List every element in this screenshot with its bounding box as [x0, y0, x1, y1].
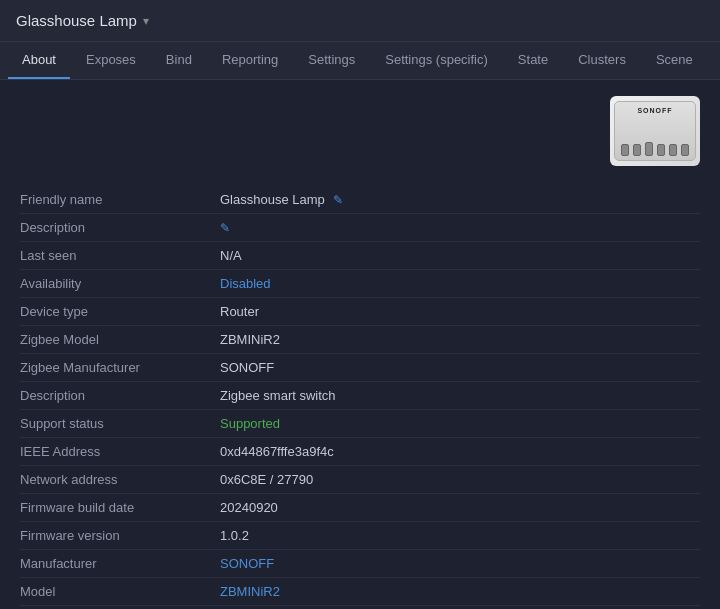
device-terminals	[621, 142, 689, 156]
terminal-4	[657, 144, 665, 156]
field-label: Model	[20, 584, 220, 599]
tab-settings-specific[interactable]: Settings (specific)	[371, 42, 502, 79]
tab-settings[interactable]: Settings	[294, 42, 369, 79]
topbar: Glasshouse Lamp ▾	[0, 0, 720, 42]
field-value: 20240920	[220, 500, 278, 515]
field-value: Zigbee smart switch	[220, 388, 336, 403]
main-content: SONOFF Friendly nameGlasshouse Lamp ✎Des…	[0, 80, 720, 609]
field-value: Supported	[220, 416, 280, 431]
field-value: Router	[220, 304, 259, 319]
terminal-2	[633, 144, 641, 156]
field-label: IEEE Address	[20, 444, 220, 459]
terminal-5	[669, 144, 677, 156]
field-value: SONOFF	[220, 556, 274, 571]
tab-about[interactable]: About	[8, 42, 70, 79]
tab-bind[interactable]: Bind	[152, 42, 206, 79]
field-label: Zigbee Manufacturer	[20, 360, 220, 375]
terminal-6	[681, 144, 689, 156]
tab-dev-console[interactable]: Dev console	[709, 42, 720, 79]
field-value: Disabled	[220, 276, 271, 291]
device-name: Glasshouse Lamp	[16, 12, 137, 29]
table-row: Support statusSupported	[20, 410, 700, 438]
table-row: Friendly nameGlasshouse Lamp ✎	[20, 186, 700, 214]
field-label: Last seen	[20, 248, 220, 263]
tab-state[interactable]: State	[504, 42, 562, 79]
table-row: IEEE Address0xd44867fffe3a9f4c	[20, 438, 700, 466]
table-row: Description✎	[20, 214, 700, 242]
field-label: Network address	[20, 472, 220, 487]
table-row: ModelZBMINiR2	[20, 578, 700, 606]
field-label: Friendly name	[20, 192, 220, 207]
field-label: Zigbee Model	[20, 332, 220, 347]
table-row: Firmware build date20240920	[20, 494, 700, 522]
field-value[interactable]: Glasshouse Lamp ✎	[220, 192, 343, 207]
device-image: SONOFF	[610, 96, 700, 166]
tab-scene[interactable]: Scene	[642, 42, 707, 79]
table-row: Zigbee ModelZBMINiR2	[20, 326, 700, 354]
table-row: Firmware version1.0.2	[20, 522, 700, 550]
title-chevron[interactable]: ▾	[143, 14, 149, 28]
terminal-1	[621, 144, 629, 156]
field-label: Availability	[20, 276, 220, 291]
info-table: Friendly nameGlasshouse Lamp ✎Descriptio…	[20, 186, 700, 609]
table-row: Zigbee ManufacturerSONOFF	[20, 354, 700, 382]
field-label: Firmware version	[20, 528, 220, 543]
edit-icon[interactable]: ✎	[220, 221, 230, 235]
tab-exposes[interactable]: Exposes	[72, 42, 150, 79]
field-value[interactable]: ✎	[220, 221, 230, 235]
field-value: 0x6C8E / 27790	[220, 472, 313, 487]
tab-bar: AboutExposesBindReportingSettingsSetting…	[0, 42, 720, 80]
field-value: ZBMINiR2	[220, 584, 280, 599]
tab-clusters[interactable]: Clusters	[564, 42, 640, 79]
page-title: Glasshouse Lamp ▾	[16, 12, 149, 29]
field-value: ZBMINiR2	[220, 332, 280, 347]
field-value: N/A	[220, 248, 242, 263]
table-row: AvailabilityDisabled	[20, 270, 700, 298]
tab-reporting[interactable]: Reporting	[208, 42, 292, 79]
table-row: Network address0x6C8E / 27790	[20, 466, 700, 494]
field-value: SONOFF	[220, 360, 274, 375]
edit-icon[interactable]: ✎	[333, 193, 343, 207]
field-label: Description	[20, 220, 220, 235]
field-value: 0xd44867fffe3a9f4c	[220, 444, 334, 459]
terminal-3	[645, 142, 653, 156]
table-row: Last seenN/A	[20, 242, 700, 270]
field-label: Firmware build date	[20, 500, 220, 515]
field-label: Description	[20, 388, 220, 403]
field-label: Manufacturer	[20, 556, 220, 571]
table-row: DescriptionZigbee smart switch	[20, 382, 700, 410]
field-label: Support status	[20, 416, 220, 431]
table-row: Device typeRouter	[20, 298, 700, 326]
field-value: 1.0.2	[220, 528, 249, 543]
field-label: Device type	[20, 304, 220, 319]
table-row: ManufacturerSONOFF	[20, 550, 700, 578]
device-brand-label: SONOFF	[637, 107, 672, 114]
